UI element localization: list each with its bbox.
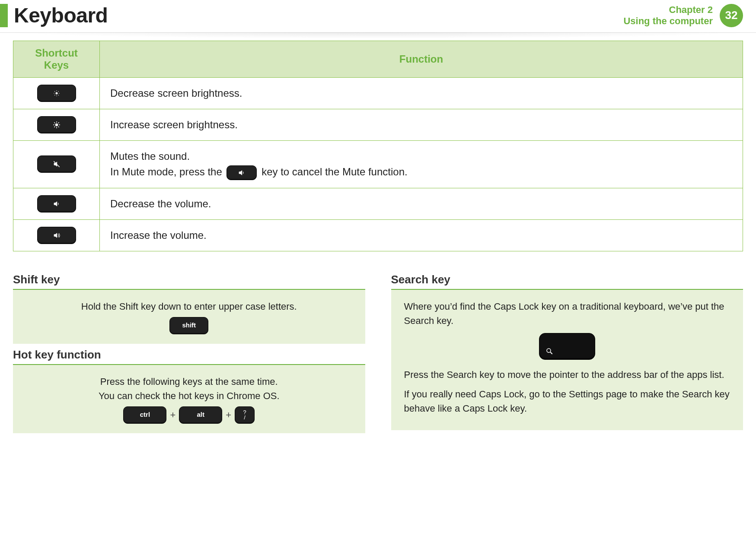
- hotkey-line2: You can check the hot keys in Chrome OS.: [26, 389, 352, 403]
- shift-key-text: Hold the Shift key down to enter upper c…: [26, 299, 352, 314]
- svg-line-6: [58, 95, 58, 95]
- key-cell: [13, 109, 100, 141]
- table-header-row: Shortcut Keys Function: [13, 41, 743, 78]
- mute-line2-suffix: key to cancel the Mute function.: [262, 166, 408, 178]
- function-cell: Increase the volume.: [100, 219, 743, 251]
- function-cell: Mutes the sound. In Mute mode, press the…: [100, 141, 743, 188]
- brightness-low-icon: [37, 85, 76, 102]
- chapter-label: Chapter 2 Using the computer: [623, 4, 713, 26]
- shift-key-row: shift: [26, 317, 352, 334]
- header-accent: [0, 4, 8, 27]
- shift-key-heading: Shift key: [13, 273, 365, 286]
- alt-keycap: alt: [179, 406, 222, 424]
- key-cell: [13, 141, 100, 188]
- table-row: Increase screen brightness.: [13, 109, 743, 141]
- svg-line-20: [550, 352, 552, 354]
- svg-line-16: [54, 127, 55, 127]
- search-icon: [539, 333, 595, 360]
- page-title: Keyboard: [14, 3, 108, 27]
- header-right: Chapter 2 Using the computer 32: [623, 4, 743, 27]
- key-cell: [13, 219, 100, 251]
- table-row: Increase the volume.: [13, 219, 743, 251]
- table-row: Decrease the volume.: [13, 188, 743, 219]
- chapter-line2: Using the computer: [623, 16, 713, 26]
- page-header: Keyboard Chapter 2 Using the computer 32: [0, 0, 756, 33]
- plus-icon: +: [226, 408, 231, 422]
- shift-key-section: Shift key Hold the Shift key down to ent…: [13, 273, 365, 344]
- function-cell: Increase screen brightness.: [100, 109, 743, 141]
- volume-down-icon: [226, 165, 257, 180]
- mute-line1: Mutes the sound.: [110, 149, 732, 164]
- hotkey-line1: Press the following keys at the same tim…: [26, 374, 352, 389]
- col-shortcut-keys: Shortcut Keys: [13, 41, 100, 78]
- mute-icon: [37, 155, 76, 173]
- key-cell: [13, 78, 100, 109]
- question-slash-keycap: ? /: [235, 406, 255, 424]
- brightness-high-icon: [37, 116, 76, 133]
- function-cell: Decrease the volume.: [100, 188, 743, 219]
- svg-point-9: [55, 124, 58, 126]
- svg-line-5: [54, 91, 55, 92]
- search-key-box: Where you’d find the Caps Lock key on a …: [391, 290, 743, 430]
- hotkey-heading: Hot key function: [13, 348, 365, 362]
- volume-down-icon: [37, 195, 76, 212]
- svg-line-8: [58, 91, 58, 92]
- key-bot: /: [244, 415, 246, 420]
- ctrl-keycap: ctrl: [123, 406, 166, 424]
- function-cell: Decrease screen brightness.: [100, 78, 743, 109]
- svg-line-14: [54, 122, 55, 123]
- svg-line-17: [58, 122, 59, 123]
- col-function: Function: [100, 41, 743, 78]
- search-p3: If you really need Caps Lock, go to the …: [404, 387, 730, 415]
- lower-columns: Shift key Hold the Shift key down to ent…: [13, 269, 743, 433]
- shift-keycap: shift: [169, 317, 208, 334]
- search-key-section: Search key Where you’d find the Caps Loc…: [391, 273, 743, 430]
- right-column: Search key Where you’d find the Caps Loc…: [391, 269, 743, 433]
- hotkey-row: ctrl + alt + ? /: [26, 406, 352, 424]
- hotkey-box: Press the following keys at the same tim…: [13, 365, 365, 433]
- mute-line2: In Mute mode, press the key to cancel th…: [110, 164, 732, 180]
- svg-point-0: [55, 92, 57, 95]
- svg-point-19: [547, 349, 551, 352]
- hotkey-section: Hot key function Press the following key…: [13, 348, 365, 433]
- shift-key-box: Hold the Shift key down to enter upper c…: [13, 290, 365, 344]
- search-p2: Press the Search key to move the pointer…: [404, 368, 730, 382]
- volume-up-icon: [37, 227, 76, 244]
- plus-icon: +: [170, 408, 175, 422]
- svg-line-15: [58, 127, 59, 127]
- search-key-illustration: [404, 333, 730, 360]
- mute-line2-prefix: In Mute mode, press the: [110, 166, 222, 178]
- search-p1: Where you’d find the Caps Lock key on a …: [404, 299, 730, 328]
- key-cell: [13, 188, 100, 219]
- page-number-badge: 32: [720, 4, 743, 27]
- table-row: Mutes the sound. In Mute mode, press the…: [13, 141, 743, 188]
- search-key-heading: Search key: [391, 273, 743, 286]
- svg-line-7: [54, 95, 55, 95]
- table-row: Decrease screen brightness.: [13, 78, 743, 109]
- header-left: Keyboard: [0, 3, 108, 27]
- left-column: Shift key Hold the Shift key down to ent…: [13, 269, 365, 433]
- shortcut-keys-table: Shortcut Keys Function Decrease screen b…: [13, 41, 743, 251]
- chapter-line1: Chapter 2: [623, 4, 713, 15]
